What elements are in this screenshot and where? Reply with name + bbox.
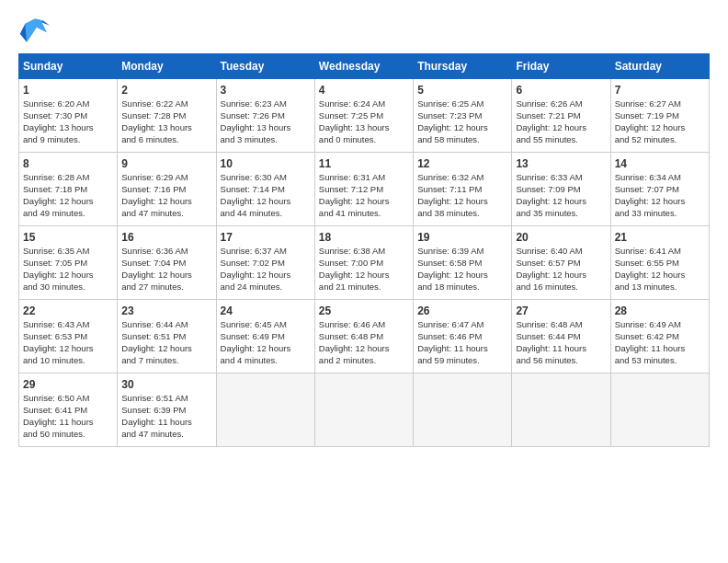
day-number: 15	[23, 230, 113, 245]
calendar-cell: 3Sunrise: 6:23 AM Sunset: 7:26 PM Daylig…	[216, 79, 314, 153]
day-number: 10	[221, 156, 311, 171]
day-number: 27	[516, 304, 606, 318]
day-info: Sunrise: 6:22 AM Sunset: 7:28 PM Dayligh…	[121, 98, 211, 145]
calendar-cell: 6Sunrise: 6:26 AM Sunset: 7:21 PM Daylig…	[512, 79, 610, 153]
calendar-cell: 7Sunrise: 6:27 AM Sunset: 7:19 PM Daylig…	[610, 79, 709, 153]
day-number: 17	[221, 230, 311, 245]
calendar-cell: 18Sunrise: 6:38 AM Sunset: 7:00 PM Dayli…	[314, 226, 413, 300]
day-info: Sunrise: 6:37 AM Sunset: 7:02 PM Dayligh…	[221, 246, 311, 293]
calendar-week-row: 15Sunrise: 6:35 AM Sunset: 7:05 PM Dayli…	[19, 226, 710, 300]
day-number: 13	[516, 156, 606, 171]
calendar-header-row: SundayMondayTuesdayWednesdayThursdayFrid…	[19, 54, 710, 79]
day-info: Sunrise: 6:41 AM Sunset: 6:55 PM Dayligh…	[615, 246, 705, 293]
calendar-cell: 15Sunrise: 6:35 AM Sunset: 7:05 PM Dayli…	[19, 226, 118, 300]
day-info: Sunrise: 6:24 AM Sunset: 7:25 PM Dayligh…	[319, 98, 409, 145]
calendar-cell: 22Sunrise: 6:43 AM Sunset: 6:53 PM Dayli…	[19, 300, 118, 373]
day-info: Sunrise: 6:23 AM Sunset: 7:26 PM Dayligh…	[221, 98, 311, 145]
calendar-cell	[610, 373, 709, 447]
calendar-cell: 13Sunrise: 6:33 AM Sunset: 7:09 PM Dayli…	[512, 153, 610, 226]
calendar-cell: 10Sunrise: 6:30 AM Sunset: 7:14 PM Dayli…	[216, 153, 314, 226]
calendar-cell: 26Sunrise: 6:47 AM Sunset: 6:46 PM Dayli…	[414, 300, 512, 373]
day-number: 24	[221, 304, 311, 318]
logo	[18, 18, 55, 46]
calendar-cell: 20Sunrise: 6:40 AM Sunset: 6:57 PM Dayli…	[512, 226, 610, 300]
day-info: Sunrise: 6:50 AM Sunset: 6:41 PM Dayligh…	[23, 393, 113, 440]
day-number: 1	[23, 83, 113, 98]
day-number: 28	[615, 304, 705, 318]
calendar-cell: 14Sunrise: 6:34 AM Sunset: 7:07 PM Dayli…	[610, 153, 709, 226]
day-number: 4	[319, 83, 409, 98]
day-number: 19	[417, 230, 507, 245]
day-info: Sunrise: 6:43 AM Sunset: 6:53 PM Dayligh…	[23, 319, 113, 366]
day-info: Sunrise: 6:28 AM Sunset: 7:18 PM Dayligh…	[23, 172, 113, 219]
day-info: Sunrise: 6:33 AM Sunset: 7:09 PM Dayligh…	[516, 172, 606, 219]
day-info: Sunrise: 6:40 AM Sunset: 6:57 PM Dayligh…	[516, 246, 606, 293]
logo-icon	[18, 18, 51, 46]
day-info: Sunrise: 6:32 AM Sunset: 7:11 PM Dayligh…	[417, 172, 507, 219]
calendar-cell: 12Sunrise: 6:32 AM Sunset: 7:11 PM Dayli…	[414, 153, 512, 226]
day-number: 14	[615, 156, 705, 171]
calendar-cell: 1Sunrise: 6:20 AM Sunset: 7:30 PM Daylig…	[19, 79, 118, 153]
day-number: 2	[121, 83, 211, 98]
day-number: 26	[417, 304, 507, 318]
calendar-cell: 9Sunrise: 6:29 AM Sunset: 7:16 PM Daylig…	[118, 153, 216, 226]
day-info: Sunrise: 6:29 AM Sunset: 7:16 PM Dayligh…	[121, 172, 211, 219]
calendar-cell: 23Sunrise: 6:44 AM Sunset: 6:51 PM Dayli…	[118, 300, 216, 373]
day-info: Sunrise: 6:31 AM Sunset: 7:12 PM Dayligh…	[319, 172, 409, 219]
day-number: 3	[221, 83, 311, 98]
calendar-header-monday: Monday	[118, 54, 216, 79]
calendar-header-tuesday: Tuesday	[216, 54, 314, 79]
day-info: Sunrise: 6:30 AM Sunset: 7:14 PM Dayligh…	[221, 172, 311, 219]
calendar-week-row: 29Sunrise: 6:50 AM Sunset: 6:41 PM Dayli…	[19, 373, 710, 447]
day-number: 9	[121, 156, 211, 171]
day-number: 12	[417, 156, 507, 171]
day-number: 22	[23, 304, 113, 318]
day-number: 7	[615, 83, 705, 98]
day-number: 25	[319, 304, 409, 318]
day-info: Sunrise: 6:44 AM Sunset: 6:51 PM Dayligh…	[121, 319, 211, 366]
day-info: Sunrise: 6:25 AM Sunset: 7:23 PM Dayligh…	[417, 98, 507, 145]
day-info: Sunrise: 6:51 AM Sunset: 6:39 PM Dayligh…	[121, 393, 211, 440]
day-number: 23	[121, 304, 211, 318]
calendar-cell: 5Sunrise: 6:25 AM Sunset: 7:23 PM Daylig…	[414, 79, 512, 153]
calendar-cell: 11Sunrise: 6:31 AM Sunset: 7:12 PM Dayli…	[314, 153, 413, 226]
calendar-cell: 8Sunrise: 6:28 AM Sunset: 7:18 PM Daylig…	[19, 153, 118, 226]
day-info: Sunrise: 6:45 AM Sunset: 6:49 PM Dayligh…	[221, 319, 311, 366]
calendar-week-row: 8Sunrise: 6:28 AM Sunset: 7:18 PM Daylig…	[19, 153, 710, 226]
calendar-header-friday: Friday	[512, 54, 610, 79]
calendar-table: SundayMondayTuesdayWednesdayThursdayFrid…	[18, 53, 710, 447]
calendar-cell: 28Sunrise: 6:49 AM Sunset: 6:42 PM Dayli…	[610, 300, 709, 373]
day-info: Sunrise: 6:48 AM Sunset: 6:44 PM Dayligh…	[516, 319, 606, 366]
day-info: Sunrise: 6:46 AM Sunset: 6:48 PM Dayligh…	[319, 319, 409, 366]
calendar-cell: 4Sunrise: 6:24 AM Sunset: 7:25 PM Daylig…	[314, 79, 413, 153]
calendar-cell	[314, 373, 413, 447]
calendar-week-row: 22Sunrise: 6:43 AM Sunset: 6:53 PM Dayli…	[19, 300, 710, 373]
day-info: Sunrise: 6:26 AM Sunset: 7:21 PM Dayligh…	[516, 98, 606, 145]
calendar-cell: 19Sunrise: 6:39 AM Sunset: 6:58 PM Dayli…	[414, 226, 512, 300]
calendar-cell: 16Sunrise: 6:36 AM Sunset: 7:04 PM Dayli…	[118, 226, 216, 300]
day-info: Sunrise: 6:38 AM Sunset: 7:00 PM Dayligh…	[319, 246, 409, 293]
calendar-cell	[216, 373, 314, 447]
calendar-header-wednesday: Wednesday	[314, 54, 413, 79]
day-number: 30	[121, 377, 211, 392]
calendar-cell: 30Sunrise: 6:51 AM Sunset: 6:39 PM Dayli…	[118, 373, 216, 447]
calendar-header-thursday: Thursday	[414, 54, 512, 79]
calendar-header-saturday: Saturday	[610, 54, 709, 79]
day-number: 21	[615, 230, 705, 245]
calendar-cell: 25Sunrise: 6:46 AM Sunset: 6:48 PM Dayli…	[314, 300, 413, 373]
day-number: 20	[516, 230, 606, 245]
calendar-cell: 29Sunrise: 6:50 AM Sunset: 6:41 PM Dayli…	[19, 373, 118, 447]
day-info: Sunrise: 6:36 AM Sunset: 7:04 PM Dayligh…	[121, 246, 211, 293]
page-header	[18, 18, 710, 46]
day-info: Sunrise: 6:49 AM Sunset: 6:42 PM Dayligh…	[615, 319, 705, 366]
day-number: 16	[121, 230, 211, 245]
calendar-cell: 17Sunrise: 6:37 AM Sunset: 7:02 PM Dayli…	[216, 226, 314, 300]
day-number: 11	[319, 156, 409, 171]
calendar-cell: 21Sunrise: 6:41 AM Sunset: 6:55 PM Dayli…	[610, 226, 709, 300]
calendar-week-row: 1Sunrise: 6:20 AM Sunset: 7:30 PM Daylig…	[19, 79, 710, 153]
calendar-cell: 24Sunrise: 6:45 AM Sunset: 6:49 PM Dayli…	[216, 300, 314, 373]
calendar-cell: 27Sunrise: 6:48 AM Sunset: 6:44 PM Dayli…	[512, 300, 610, 373]
day-number: 6	[516, 83, 606, 98]
day-number: 29	[23, 377, 113, 392]
calendar-cell	[414, 373, 512, 447]
